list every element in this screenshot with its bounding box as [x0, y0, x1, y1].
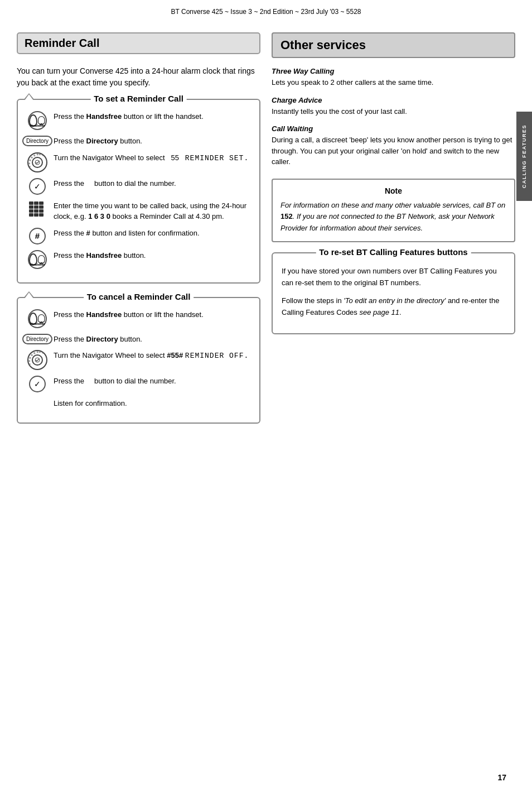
reset-para-2: Follow the steps in 'To edit an entry in… [282, 295, 505, 319]
step-1-text: Press the Handsfree button or lift the h… [54, 111, 250, 122]
handsfree-icon-2: Handsfree [28, 250, 47, 269]
call-waiting-desc: During a call, a discreet 'beep' lets yo… [272, 135, 515, 167]
handsfree-label: Handsfree [30, 124, 45, 127]
step-7-text: Press the Handsfree button. [54, 250, 250, 261]
cancel-step-1-text: Press the Handsfree button or lift the h… [54, 309, 250, 320]
step-5-text: Enter the time you want to be called bac… [54, 200, 250, 222]
charge-advice: Charge Advice Instantly tells you the co… [272, 96, 515, 117]
step-6: # Press the # button and listen for conf… [27, 228, 250, 244]
reset-box-content: If you have stored your own numbers over… [282, 266, 505, 319]
cancel-step-3: Turn the Navigator Wheel to select #55# … [27, 350, 250, 370]
step-7-icon: Handsfree [27, 250, 48, 269]
set-reminder-steps: Handsfree Press the Handsfree button or … [27, 111, 250, 269]
reset-para2-prefix: Follow the steps in [282, 296, 344, 305]
step-6-icon: # [27, 228, 48, 244]
reset-box-title: To re-set BT Calling Features buttons [316, 247, 471, 257]
three-way-calling: Three Way Calling Lets you speak to 2 ot… [272, 67, 515, 88]
reminder-call-title: Reminder Call [25, 37, 253, 50]
cancel-step-4-text: Press the button to dial the number. [54, 376, 250, 387]
reminder-call-header: Reminder Call [17, 32, 260, 54]
svg-point-2 [35, 160, 40, 165]
cancel-step-5-text: Listen for confirmation. [54, 398, 250, 409]
hash-icon-1: # [29, 228, 46, 244]
step-2-text: Press the Directory button. [54, 136, 250, 147]
step-3: Turn the Navigator Wheel to select 55 RE… [27, 152, 250, 172]
step-4-icon: ✓ [27, 178, 48, 195]
reset-para2-italic: 'To edit an entry in the directory' [344, 296, 446, 305]
keypad-icon-1 [28, 200, 47, 217]
cancel-step-4: ✓ Press the button to dial the number. [27, 376, 250, 392]
set-reminder-title: To set a Reminder Call [90, 94, 187, 103]
navwheel-inner-2 [32, 354, 43, 366]
step-4-text: Press the button to dial the number. [54, 178, 250, 189]
step-2-icon: Directory [27, 136, 48, 146]
step-3-icon [27, 152, 48, 172]
three-way-title: Three Way Calling [272, 67, 515, 75]
reset-box: To re-set BT Calling Features buttons If… [272, 252, 515, 334]
box-arrow [23, 93, 35, 100]
handsfree-label-3: Handsfree [30, 322, 45, 325]
cancel-reminder-steps: Handsfree Press the Handsfree button or … [27, 309, 250, 409]
calling-features-sidebar: CALLING FEATURES [516, 112, 532, 201]
cancel-step-5: Listen for confirmation. [27, 398, 250, 409]
other-services-title: Other services [280, 38, 506, 52]
cancel-step-2-icon: Directory [27, 334, 48, 344]
cancel-reminder-title: To cancel a Reminder Call [84, 292, 194, 301]
handsfree-label-2: Handsfree [30, 263, 45, 266]
other-services-header: Other services [272, 32, 515, 58]
charge-advice-desc: Instantly tells you the cost of your las… [272, 106, 515, 117]
call-waiting: Call Waiting During a call, a discreet '… [272, 124, 515, 167]
navwheel-icon-2 [27, 350, 47, 370]
note-title: Note [280, 186, 506, 195]
step-1-icon: Handsfree [27, 111, 48, 130]
note-text: For information on these and many other … [280, 200, 506, 234]
step-7: Handsfree Press the Handsfree button. [27, 250, 250, 269]
set-reminder-box: To set a Reminder Call Handsfree [17, 99, 260, 284]
navwheel-inner-1 [32, 157, 43, 168]
note-number: 152 [280, 212, 293, 220]
cancel-reminder-box: To cancel a Reminder Call Handsfree [17, 297, 260, 424]
cancel-step-3-text: Turn the Navigator Wheel to select #55# … [54, 350, 250, 362]
note-box: Note For information on these and many o… [272, 179, 515, 242]
step-1: Handsfree Press the Handsfree button or … [27, 111, 250, 130]
directory-icon-2: Directory [22, 334, 52, 344]
cancel-step-2-text: Press the Directory button. [54, 334, 250, 345]
call-waiting-title: Call Waiting [272, 124, 515, 133]
note-text-before: For information on these and many other … [280, 201, 505, 209]
left-column: Reminder Call You can turn your Converse… [17, 32, 260, 434]
charge-advice-title: Charge Advice [272, 96, 515, 104]
step-4: ✓ Press the button to dial the number. [27, 178, 250, 195]
step-6-text: Press the # button and listen for confir… [54, 228, 250, 239]
step-5-icon [27, 200, 48, 217]
reminder-intro: You can turn your Converse 425 into a 24… [17, 63, 260, 89]
check-icon-1: ✓ [29, 178, 46, 195]
step-2: Directory Press the Directory button. [27, 136, 250, 147]
step-3-text: Turn the Navigator Wheel to select 55 RE… [54, 152, 250, 164]
cancel-step-3-icon [27, 350, 48, 370]
directory-icon-1: Directory [22, 136, 52, 146]
header-text: BT Converse 425 ~ Issue 3 ~ 2nd Edition … [171, 8, 361, 16]
right-column: Other services Three Way Calling Lets yo… [272, 32, 515, 434]
svg-point-7 [35, 358, 40, 362]
cancel-step-1-icon: Handsfree [27, 309, 48, 328]
navwheel-icon-1 [27, 152, 47, 172]
check-icon-2: ✓ [29, 376, 46, 392]
calling-features-label: CALLING FEATURES [521, 124, 527, 188]
cancel-step-4-icon: ✓ [27, 376, 48, 392]
page-header: BT Converse 425 ~ Issue 3 ~ 2nd Edition … [0, 0, 532, 21]
note-text-after: . If you are not connected to the BT Net… [280, 212, 495, 232]
cancel-step-2: Directory Press the Directory button. [27, 334, 250, 345]
reset-para2-end: . [399, 308, 402, 316]
step-5: Enter the time you want to be called bac… [27, 200, 250, 222]
handsfree-icon-1: Handsfree [28, 111, 47, 130]
page-number: 17 [497, 773, 506, 782]
reset-para2-italic2: see page 11 [359, 308, 399, 316]
three-way-desc: Lets you speak to 2 other callers at the… [272, 77, 515, 88]
cancel-box-arrow [23, 291, 35, 298]
cancel-step-1: Handsfree Press the Handsfree button or … [27, 309, 250, 328]
handsfree-icon-3: Handsfree [28, 309, 47, 328]
reset-para-1: If you have stored your own numbers over… [282, 266, 505, 289]
